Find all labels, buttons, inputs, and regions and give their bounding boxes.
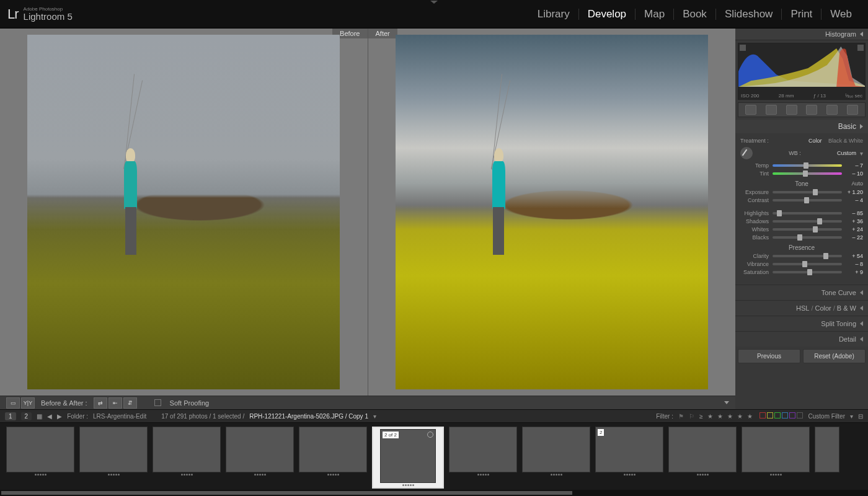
thumbnail-selected[interactable]: 2 of 2 [372, 427, 444, 489]
histogram[interactable]: ISO 200 28 mm ƒ / 13 ¹⁄₂₅₀ sec [738, 43, 866, 100]
monitor-2[interactable]: 2 [21, 412, 32, 420]
crop-tool[interactable] [745, 105, 756, 115]
histogram-aperture: ƒ / 13 [813, 93, 826, 99]
highlights-slider[interactable] [773, 212, 842, 215]
top-bar: Lr Adobe Photoshop Lightroom 5 Library D… [0, 0, 868, 29]
highlights-value[interactable]: – 85 [846, 210, 863, 216]
whites-value[interactable]: + 24 [846, 226, 863, 232]
saturation-value[interactable]: + 9 [846, 269, 863, 275]
clarity-slider[interactable] [773, 255, 842, 257]
soft-proofing-checkbox[interactable] [154, 399, 161, 406]
previous-button[interactable]: Previous [738, 349, 800, 363]
before-pane[interactable]: Before [0, 29, 368, 396]
filmstrip: 2 of 2 2 [0, 423, 868, 496]
histogram-iso: ISO 200 [741, 93, 759, 99]
module-library[interactable]: Library [529, 8, 578, 20]
module-web[interactable]: Web [822, 8, 861, 20]
preview-area: Before After ▭ Y|Y Before & After : ⇄ ⇤ … [0, 29, 735, 409]
clarity-value[interactable]: + 54 [846, 253, 863, 259]
contrast-value[interactable]: – 4 [846, 197, 863, 203]
rating-ge: ≥ [699, 413, 703, 420]
auto-tone[interactable]: Auto [851, 180, 863, 187]
before-image [27, 35, 340, 389]
develop-panel: Histogram ISO 200 28 mm ƒ / 13 ¹⁄₂₅₀ sec… [735, 29, 868, 409]
shadow-clip-indicator[interactable] [740, 45, 746, 51]
custom-filter[interactable]: Custom Filter [808, 413, 845, 420]
thumbnail[interactable] [522, 427, 590, 489]
swap-button[interactable]: ⇄ [94, 397, 107, 409]
thumbnail[interactable] [742, 427, 810, 489]
saturation-slider[interactable] [773, 271, 842, 273]
module-print[interactable]: Print [782, 8, 821, 20]
highlight-clip-indicator[interactable] [857, 45, 864, 51]
after-label: After [368, 29, 397, 38]
stack-toggle[interactable] [427, 432, 433, 438]
thumbnail[interactable] [6, 427, 74, 489]
brush-tool[interactable] [847, 105, 858, 115]
filter-stars[interactable]: ★ ★ ★ ★ ★ [707, 413, 753, 420]
before-after-label: Before & After : [41, 399, 87, 407]
compare-view-button[interactable]: Y|Y [21, 397, 35, 409]
wb-label: WB : [756, 150, 833, 156]
flag-picked-icon[interactable]: ⚑ [678, 413, 684, 420]
module-book[interactable]: Book [674, 8, 715, 20]
filter-lock-icon[interactable]: ⊟ [858, 413, 863, 420]
toolbar-menu[interactable] [724, 401, 729, 404]
whites-slider[interactable] [773, 228, 842, 231]
tone-curve-panel[interactable]: Tone Curve [735, 285, 868, 300]
monitor-1[interactable]: 1 [5, 412, 16, 420]
contrast-slider[interactable] [773, 199, 842, 202]
filter-colors[interactable] [759, 412, 804, 420]
tint-slider[interactable] [773, 172, 842, 175]
blacks-slider[interactable] [773, 236, 842, 239]
temp-slider[interactable] [773, 164, 842, 167]
treatment-bw[interactable]: Black & White [828, 138, 863, 144]
copy-settings-button[interactable]: ⇵ [123, 397, 137, 409]
thumbnail[interactable] [153, 427, 221, 489]
histogram-header[interactable]: Histogram [735, 29, 868, 40]
module-slideshow[interactable]: Slideshow [716, 8, 782, 20]
nav-fwd-icon[interactable]: ▶ [57, 413, 62, 420]
filmstrip-scrollbar[interactable] [0, 490, 868, 496]
filter-label: Filter : [656, 413, 673, 420]
spot-tool[interactable] [766, 105, 777, 115]
folder-name[interactable]: LRS-Argentina-Edit [93, 413, 146, 420]
radial-filter-tool[interactable] [826, 105, 838, 115]
split-toning-panel[interactable]: Split Toning [735, 316, 868, 331]
thumbnail[interactable] [668, 427, 737, 489]
tint-value[interactable]: – 10 [846, 170, 863, 177]
current-file: RPH-121221-Argentina-5026.JPG / Copy 1 [249, 413, 368, 420]
redeye-tool[interactable] [786, 105, 797, 115]
shadows-value[interactable]: + 36 [846, 218, 863, 224]
wb-eyedropper[interactable] [740, 147, 753, 159]
module-develop[interactable]: Develop [579, 8, 635, 20]
basic-panel-header[interactable]: Basic [735, 120, 868, 133]
graduated-filter-tool[interactable] [806, 105, 817, 115]
thumbnail[interactable] [226, 427, 294, 489]
exposure-slider[interactable] [773, 191, 842, 193]
thumbnail[interactable]: 2 [595, 427, 663, 489]
blacks-value[interactable]: – 22 [846, 234, 863, 241]
grid-icon[interactable]: ▦ [37, 413, 42, 420]
exposure-value[interactable]: + 1.20 [846, 189, 863, 195]
shadows-slider[interactable] [773, 220, 842, 223]
hsl-panel[interactable]: HSL/Color/B & W [735, 300, 868, 316]
treatment-color[interactable]: Color [808, 138, 822, 144]
reset-button[interactable]: Reset (Adobe) [803, 349, 866, 363]
thumbnail[interactable] [79, 427, 148, 489]
nav-back-icon[interactable]: ◀ [47, 413, 52, 420]
thumbnail[interactable] [299, 427, 367, 489]
vibrance-value[interactable]: – 8 [846, 261, 863, 267]
module-map[interactable]: Map [636, 8, 673, 20]
flag-rejected-icon[interactable]: ⚐ [689, 413, 694, 420]
copy-left-button[interactable]: ⇤ [108, 397, 122, 409]
wb-preset[interactable]: Custom [837, 150, 856, 156]
after-pane[interactable]: After [368, 29, 736, 396]
loupe-view-button[interactable]: ▭ [6, 397, 20, 409]
vibrance-slider[interactable] [773, 263, 842, 265]
top-panel-toggle[interactable] [430, 1, 438, 4]
detail-panel[interactable]: Detail [735, 331, 868, 347]
temp-value[interactable]: – 7 [846, 162, 863, 169]
thumbnail[interactable] [815, 427, 839, 489]
thumbnail[interactable] [449, 427, 517, 489]
